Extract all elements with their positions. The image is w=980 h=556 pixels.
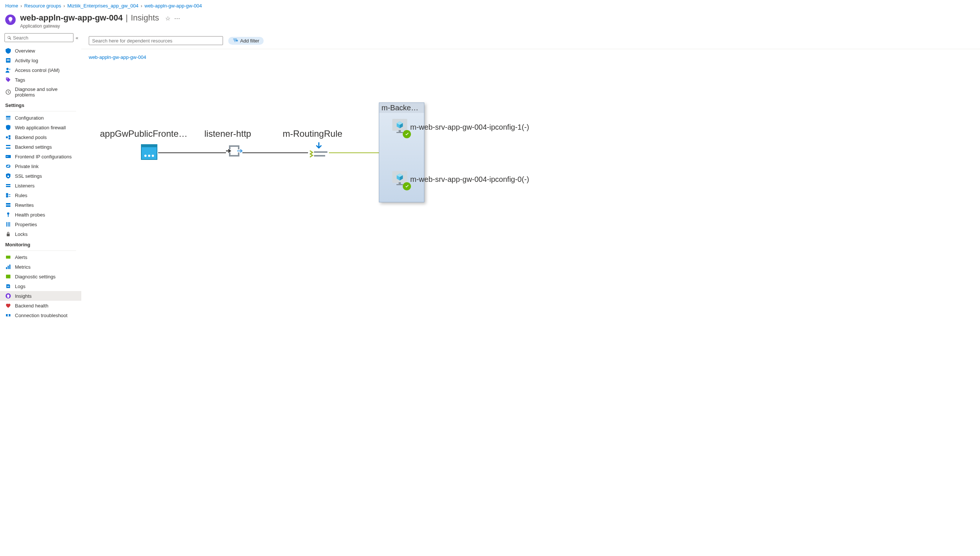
sidebar-item-logs[interactable]: Logs [0, 281, 81, 291]
settings-heading: Settings [0, 100, 81, 110]
listener-icon[interactable] [226, 145, 242, 158]
svg-rect-14 [6, 147, 10, 149]
sidebar-item-rewrites[interactable]: Rewrites [0, 200, 81, 210]
backendhealth-icon [5, 302, 11, 309]
sidebar-item-healthprobes[interactable]: Health probes [0, 210, 81, 220]
divider [5, 111, 76, 112]
sidebar-item-tags[interactable]: Tags [0, 75, 81, 85]
topology-root-link[interactable]: web-appln-gw-app-gw-004 [89, 54, 146, 60]
iam-icon [5, 67, 11, 73]
listener-label: listener-http [204, 129, 251, 139]
sidebar-item-label: Rewrites [15, 202, 34, 208]
sidebar-item-label: Listeners [15, 183, 35, 189]
svg-rect-18 [8, 176, 9, 177]
svg-point-23 [7, 212, 9, 215]
sidebar-item-activitylog[interactable]: Activity log [0, 55, 81, 65]
more-icon[interactable]: ⋯ [174, 15, 180, 22]
backendsettings-icon [5, 144, 11, 150]
sidebar-item-label: Locks [15, 231, 28, 237]
insights-icon [5, 15, 16, 25]
svg-rect-13 [6, 145, 10, 146]
config-icon [5, 115, 11, 121]
svg-point-3 [6, 68, 8, 70]
sidebar-item-backendpools[interactable]: Backend pools [0, 132, 81, 142]
routing-rule-icon[interactable] [309, 142, 329, 160]
add-filter-button[interactable]: Add filter [228, 37, 264, 45]
backend-vm-1-label: m-web-srv-app-gw-004-ipconfig-1(-) [410, 123, 529, 131]
connection-line-healthy [329, 152, 379, 153]
sidebar-item-alerts[interactable]: Alerts [0, 252, 81, 262]
breadcrumb-home[interactable]: Home [5, 3, 18, 8]
sidebar-item-ssl[interactable]: SSL settings [0, 171, 81, 181]
sidebar-item-backendsettings[interactable]: Backend settings [0, 142, 81, 152]
backend-vm-0[interactable]: m-web-srv-app-gw-004-ipconfig-0(-) [392, 171, 529, 187]
collapse-sidebar-icon[interactable]: « [76, 35, 78, 40]
svg-rect-11 [8, 135, 10, 137]
svg-rect-10 [6, 136, 8, 138]
sidebar-item-diagsettings[interactable]: Diagnostic settings [0, 272, 81, 281]
sidebar-item-diagnose[interactable]: Diagnose and solve problems [0, 85, 81, 100]
privatelink-icon [5, 163, 11, 169]
sidebar-item-config[interactable]: Configuration [0, 113, 81, 123]
frontend-ip-icon[interactable] [141, 147, 157, 160]
svg-rect-29 [6, 255, 10, 259]
sidebar-item-label: Configuration [15, 115, 44, 121]
alerts-icon [5, 254, 11, 260]
insights-icon [5, 293, 11, 299]
diagnose-icon [5, 89, 11, 95]
sidebar-item-label: Access control (IAM) [15, 68, 60, 73]
svg-rect-2 [7, 60, 10, 61]
svg-rect-20 [6, 186, 10, 187]
sidebar-item-iam[interactable]: Access control (IAM) [0, 65, 81, 75]
toolbar: Add filter [81, 33, 980, 49]
sidebar-item-waf[interactable]: Web application firewall [0, 123, 81, 132]
svg-rect-39 [8, 315, 9, 316]
vm-icon [392, 119, 407, 131]
sidebar-item-label: Frontend IP configurations [15, 154, 71, 160]
breadcrumb-rg-name[interactable]: Miztiik_Enterprises_app_gw_004 [67, 3, 138, 8]
sidebar-item-rules[interactable]: Rules [0, 191, 81, 200]
sidebar-item-frontendip[interactable]: Frontend IP configurations [0, 152, 81, 162]
svg-rect-34 [7, 286, 9, 286]
sidebar-item-insights[interactable]: Insights [0, 291, 81, 301]
connection-line [242, 152, 308, 153]
sidebar-item-label: Tags [15, 77, 25, 83]
sidebar-item-privatelink[interactable]: Private link [0, 162, 81, 171]
sidebar-item-backendhealth[interactable]: Backend health [0, 301, 81, 310]
filter-add-icon [233, 38, 238, 43]
frontendip-icon [5, 154, 11, 160]
breadcrumb-resource-groups[interactable]: Resource groups [24, 3, 61, 8]
sidebar-item-label: Private link [15, 163, 39, 169]
connection-line [158, 152, 226, 153]
health-check-icon [403, 130, 411, 138]
sidebar-search-input[interactable] [13, 35, 71, 40]
sidebar-item-label: Overview [15, 48, 35, 54]
conntrouble-icon [5, 312, 11, 318]
svg-point-4 [9, 69, 10, 70]
waf-icon [5, 124, 11, 131]
sidebar-item-overview[interactable]: Overview [0, 46, 81, 55]
sidebar-item-properties[interactable]: Properties [0, 220, 81, 229]
svg-rect-28 [7, 234, 10, 236]
sidebar: « OverviewActivity logAccess control (IA… [0, 33, 81, 328]
favorite-star-icon[interactable]: ☆ [165, 15, 170, 22]
dependent-search[interactable] [89, 36, 223, 45]
page-title: web-appln-gw-app-gw-004 [20, 13, 123, 23]
breadcrumb-resource[interactable]: web-appln-gw-app-gw-004 [145, 3, 202, 8]
sidebar-item-listeners[interactable]: Listeners [0, 181, 81, 191]
sidebar-item-label: Diagnostic settings [15, 274, 55, 280]
svg-rect-27 [9, 222, 10, 226]
sidebar-item-metrics[interactable]: Metrics [0, 262, 81, 272]
sidebar-item-label: Diagnose and solve problems [15, 86, 76, 98]
sidebar-item-label: Health probes [15, 212, 45, 218]
dependent-search-input[interactable] [92, 38, 220, 44]
tags-icon [5, 77, 11, 83]
sidebar-item-label: Backend pools [15, 134, 47, 140]
sidebar-item-label: Rules [15, 193, 27, 198]
svg-rect-33 [6, 275, 10, 278]
sidebar-search[interactable] [5, 33, 73, 42]
listeners-icon [5, 183, 11, 189]
sidebar-item-conntrouble[interactable]: Connection troubleshoot [0, 310, 81, 320]
sidebar-item-locks[interactable]: Locks [0, 229, 81, 239]
backend-vm-1[interactable]: m-web-srv-app-gw-004-ipconfig-1(-) [392, 119, 529, 135]
